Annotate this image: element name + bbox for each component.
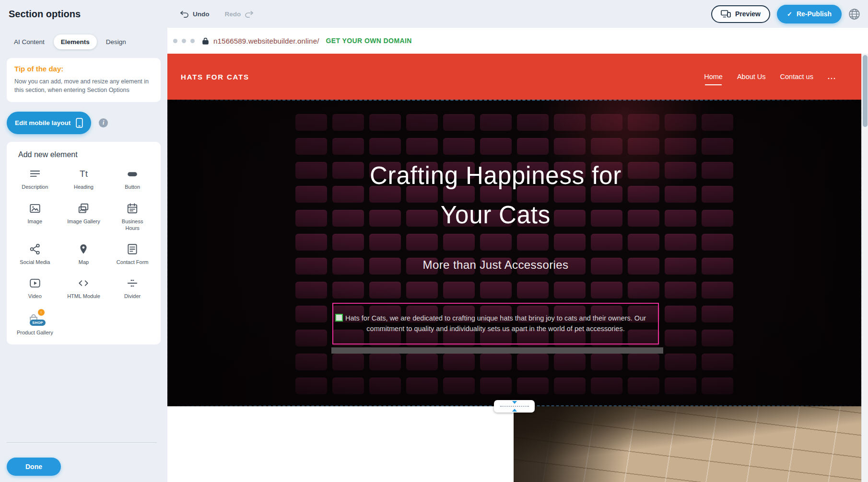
hero-tile: [702, 210, 733, 227]
mobile-layout-row: Edit mobile layout i: [7, 112, 161, 134]
element-description[interactable]: Description: [11, 168, 59, 190]
heading-icon: Tt: [80, 168, 88, 180]
hero-tile: [332, 354, 364, 370]
image-icon: [29, 202, 41, 215]
divider-icon: [126, 277, 139, 289]
section-options-sidebar: AI Content Elements Design Tip of the da…: [0, 28, 167, 482]
business-hours-icon: [126, 202, 139, 215]
devices-icon: [721, 10, 731, 18]
nav-item-contact-us[interactable]: Contact us: [780, 73, 813, 80]
map-icon: [77, 243, 90, 255]
element-contact-form[interactable]: Contact Form: [108, 243, 157, 265]
element-html-module[interactable]: HTML Module: [59, 277, 108, 299]
section-resize-handle[interactable]: [494, 400, 535, 413]
hero-tile: [702, 162, 733, 179]
element-resize-handle[interactable]: [335, 314, 343, 321]
sidebar-tabs: AI Content Elements Design: [7, 34, 161, 49]
element-image[interactable]: Image: [11, 202, 59, 232]
element-label: Contact Form: [117, 259, 149, 265]
html-module-icon: [77, 277, 90, 289]
site-preview: HATS FOR CATS Home About Us Contact us .…: [167, 54, 861, 482]
next-section-white-area: [167, 406, 514, 482]
redo-label: Redo: [225, 11, 241, 18]
tab-elements[interactable]: Elements: [54, 34, 97, 49]
hero-tile: [702, 378, 733, 394]
scrollbar-thumb[interactable]: [863, 55, 868, 127]
topbar: Section options Undo Redo Preview ✓ Re-P…: [0, 0, 868, 28]
hero-paragraph[interactable]: Hats for Cats, we are dedicated to craft…: [336, 313, 655, 334]
product-gallery-icon: SHOP ↑: [27, 311, 43, 326]
site-logo[interactable]: HATS FOR CATS: [181, 73, 249, 81]
hero-tile: [665, 138, 696, 155]
tab-ai-content[interactable]: AI Content: [7, 34, 52, 49]
hero-tile: [702, 282, 733, 298]
element-social-media[interactable]: Social Media: [11, 243, 59, 265]
social-media-icon: [29, 243, 41, 255]
republish-label: Re-Publish: [797, 10, 832, 18]
language-globe-button[interactable]: [848, 8, 861, 21]
info-icon[interactable]: i: [99, 118, 108, 127]
site-header: HATS FOR CATS Home About Us Contact us .…: [167, 54, 861, 100]
element-product-gallery[interactable]: SHOP ↑ Product Gallery: [11, 311, 59, 336]
hero-tile: [295, 282, 327, 298]
hero-tile: [665, 210, 696, 227]
arrow-down-icon: [512, 401, 517, 404]
hero-tile: [665, 258, 696, 275]
nav-more-button[interactable]: ...: [828, 73, 836, 80]
window-dot: [182, 39, 186, 43]
element-label: Product Gallery: [17, 329, 53, 336]
pavement-photo: [514, 406, 861, 482]
element-image-gallery[interactable]: Image Gallery: [59, 202, 108, 232]
tab-design[interactable]: Design: [99, 34, 133, 49]
hero-tile: [406, 378, 438, 394]
hero-tile: [295, 210, 327, 227]
hero-tile: [702, 186, 733, 203]
element-heading[interactable]: Tt Heading: [59, 168, 108, 190]
window-dot: [190, 39, 195, 43]
element-label: Business Hours: [114, 218, 151, 232]
nav-item-home[interactable]: Home: [704, 73, 723, 80]
republish-button[interactable]: ✓ Re-Publish: [777, 5, 842, 23]
hero-tile: [295, 258, 327, 275]
hero-tile: [295, 378, 327, 394]
element-label: Image: [28, 218, 43, 225]
description-icon: [29, 168, 41, 180]
image-gallery-icon: [77, 202, 90, 215]
hero-content: Crafting Happiness for Your Cats More th…: [332, 100, 659, 344]
hero-tile: [480, 354, 512, 370]
hero-heading[interactable]: Crafting Happiness for Your Cats: [357, 156, 635, 234]
element-video[interactable]: Video: [11, 277, 59, 299]
preview-button[interactable]: Preview: [711, 5, 770, 23]
edit-mobile-layout-button[interactable]: Edit mobile layout: [7, 112, 91, 134]
arrow-up-icon: [512, 409, 517, 412]
element-label: Divider: [124, 293, 141, 299]
selected-text-element[interactable]: Hats for Cats, we are dedicated to craft…: [332, 303, 659, 344]
hero-tile: [628, 378, 659, 394]
hero-tile: [295, 138, 327, 155]
hero-subheading[interactable]: More than Just Accessories: [332, 258, 659, 272]
undo-button[interactable]: Undo: [180, 11, 210, 18]
editor-canvas: n1566589.websitebuilder.online/ GET YOUR…: [167, 28, 868, 482]
redo-button[interactable]: Redo: [225, 11, 254, 18]
hero-tile: [665, 114, 696, 131]
window-dots: [173, 39, 195, 43]
element-button[interactable]: Button: [108, 168, 157, 190]
element-divider[interactable]: Divider: [108, 277, 157, 299]
site-nav: Home About Us Contact us ...: [704, 73, 836, 80]
element-label: Description: [22, 184, 48, 190]
nav-item-about-us[interactable]: About Us: [737, 73, 766, 80]
scrollbar-track[interactable]: [861, 54, 868, 482]
hero-tile: [369, 354, 401, 370]
hero-tile: [702, 354, 733, 370]
done-button[interactable]: Done: [7, 458, 61, 476]
element-label: Heading: [74, 184, 94, 190]
hero-tile: [702, 306, 733, 322]
button-icon: [126, 168, 139, 180]
get-domain-link[interactable]: GET YOUR OWN DOMAIN: [326, 37, 412, 45]
hero-tile: [517, 354, 549, 370]
element-label: Social Media: [20, 259, 50, 265]
add-element-panel: Add new element Description Tt Heading B…: [7, 142, 161, 344]
element-map[interactable]: Map: [59, 243, 108, 265]
element-business-hours[interactable]: Business Hours: [108, 202, 157, 232]
hero-section-selected[interactable]: Crafting Happiness for Your Cats More th…: [167, 100, 861, 406]
